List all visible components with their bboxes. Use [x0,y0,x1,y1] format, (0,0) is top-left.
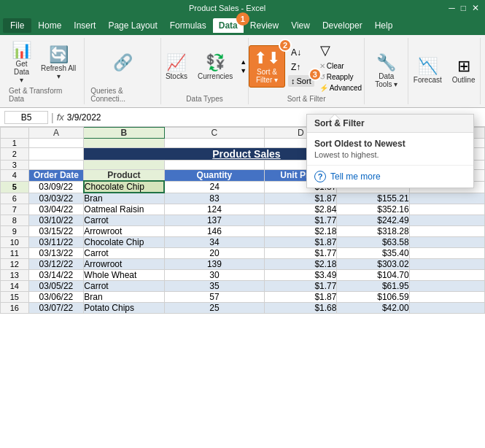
cell[interactable]: 03/15/22 [28,226,84,237]
cell[interactable] [409,193,484,204]
cell[interactable] [409,303,484,314]
cell[interactable]: Whole Wheat [84,270,164,281]
maximize-icon[interactable]: □ [461,3,466,13]
menu-item-developer[interactable]: Developer [317,18,368,33]
cell[interactable] [409,226,484,237]
cell[interactable] [28,139,84,148]
cell-header[interactable]: Quantity [164,170,265,182]
sort-az-button[interactable]: A↓ [288,46,314,59]
popup-tell-me-more[interactable]: ? Tell me more [307,166,473,188]
cell[interactable]: $1.87 [265,237,337,248]
cell[interactable]: $1.68 [265,303,337,314]
cell[interactable]: $1.87 [265,292,337,303]
cell[interactable]: $61.95 [337,281,409,292]
cell[interactable]: 137 [164,215,265,226]
menu-item-formulas[interactable]: Formulas [164,18,212,33]
refresh-all-button[interactable]: 🔄 Refresh All ▾ [37,44,79,82]
cell[interactable]: 03/07/22 [28,303,84,314]
clear-button[interactable]: ✕ Clear [317,61,364,71]
outline-button[interactable]: ⊞ Outline [449,55,478,85]
forecast-button[interactable]: 📉 Forecast [411,55,445,85]
menu-item-file[interactable]: File [3,18,31,33]
cell[interactable]: $303.02 [337,259,409,270]
get-data-button[interactable]: 📊 GetData ▾ [9,39,34,85]
cell[interactable]: 03/03/22 [28,193,84,204]
menu-item-view[interactable]: View [285,18,316,33]
cell[interactable] [28,148,84,161]
col-header-b[interactable]: B [84,128,164,139]
cell[interactable]: $352.16 [337,204,409,215]
cell[interactable] [409,204,484,215]
cell[interactable]: Bran [84,292,164,303]
cell[interactable]: 20 [164,248,265,259]
cell[interactable]: Carrot [84,248,164,259]
cell[interactable]: Chocolate Chip [84,237,164,248]
menu-item-home[interactable]: Home [32,18,67,33]
cell[interactable] [409,281,484,292]
cell[interactable]: 25 [164,303,265,314]
cell[interactable]: $318.28 [337,226,409,237]
cell[interactable]: 03/09/22 [28,181,84,193]
data-tools-button[interactable]: 🔧 DataTools ▾ [372,52,400,90]
menu-item-data[interactable]: Data 1 [213,18,244,33]
cell[interactable] [28,161,84,170]
popup-sort-oldest[interactable]: Sort Oldest to Newest Lowest to highest. [307,133,473,166]
cell[interactable]: Arrowroot [84,226,164,237]
col-header-a[interactable]: A [28,128,84,139]
cell[interactable]: 03/10/22 [28,215,84,226]
cell[interactable]: Arrowroot [84,259,164,270]
cell[interactable]: Oatmeal Raisin [84,204,164,215]
cell[interactable]: 83 [164,193,265,204]
cell[interactable]: 03/14/22 [28,270,84,281]
cell[interactable]: 03/13/22 [28,248,84,259]
cell-header[interactable]: Product [84,170,164,182]
cell-reference-box[interactable]: B5 [4,111,48,124]
cell[interactable]: 124 [164,204,265,215]
cell[interactable]: 24 [164,181,265,193]
cell[interactable]: 03/05/22 [28,281,84,292]
cell[interactable]: 03/06/22 [28,292,84,303]
cell[interactable]: 30 [164,270,265,281]
cell[interactable] [409,270,484,281]
cell[interactable] [84,139,164,148]
col-header-c[interactable]: C [164,128,265,139]
cell[interactable]: $35.40 [337,248,409,259]
cell[interactable] [409,215,484,226]
cell[interactable]: 139 [164,259,265,270]
reapply-button[interactable]: ↺ Reapply [317,72,364,82]
cell[interactable] [84,161,164,170]
cell[interactable]: $104.70 [337,270,409,281]
cell[interactable]: $2.18 [265,226,337,237]
cell[interactable]: 34 [164,237,265,248]
cell[interactable]: 03/04/22 [28,204,84,215]
cell[interactable]: Carrot [84,215,164,226]
cell[interactable]: Bran [84,193,164,204]
cell[interactable]: $1.77 [265,215,337,226]
cell-header[interactable]: Order Date [28,170,84,182]
stocks-button[interactable]: 📈 Stocks [163,52,190,82]
cell[interactable] [409,259,484,270]
cell[interactable]: $2.84 [265,204,337,215]
menu-item-insert[interactable]: Insert [68,18,101,33]
cell[interactable]: $242.49 [337,215,409,226]
cell[interactable] [409,292,484,303]
cell[interactable] [164,161,265,170]
filter-button[interactable]: ▽ [317,41,364,60]
minimize-icon[interactable]: ─ [449,3,455,13]
cell[interactable]: Carrot [84,281,164,292]
cell[interactable]: 03/12/22 [28,259,84,270]
cell[interactable]: $42.00 [337,303,409,314]
cell[interactable]: $2.18 [265,259,337,270]
cell[interactable]: $63.58 [337,237,409,248]
cell[interactable]: Potato Chips [84,303,164,314]
menu-item-review[interactable]: Review [244,18,284,33]
sort-button[interactable]: ↕ Sort 3 [288,75,314,87]
cell[interactable]: $3.49 [265,270,337,281]
cell[interactable]: 35 [164,281,265,292]
selected-cell[interactable]: Chocolate Chip [84,181,164,193]
cell[interactable] [409,248,484,259]
menu-item-page-layout[interactable]: Page Layout [102,18,163,33]
menu-item-help[interactable]: Help [369,18,399,33]
cell[interactable]: 57 [164,292,265,303]
currencies-button[interactable]: 💱 Currencies [195,52,236,82]
